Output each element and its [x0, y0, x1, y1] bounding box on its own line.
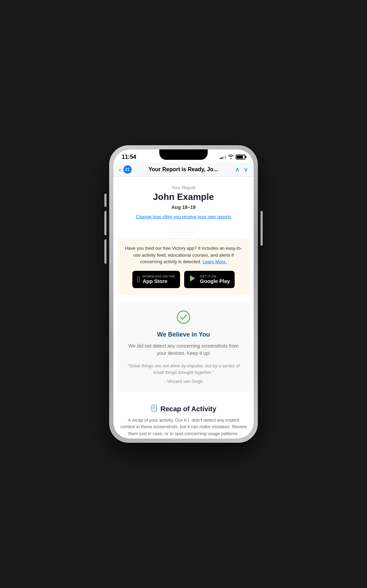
- app-store-button[interactable]:  Download on the App Store: [132, 271, 180, 288]
- battery-fill: [237, 156, 243, 158]
- checkmark-icon: [124, 310, 243, 327]
- status-icons: [220, 155, 245, 160]
- nav-arrows: ∧ ∨: [235, 166, 248, 173]
- google-play-icon: [189, 274, 197, 285]
- wifi-icon: [228, 155, 234, 160]
- section-divider: [170, 232, 197, 232]
- recap-icon: [151, 405, 158, 413]
- believe-quote: "Great things are not done by impulse, b…: [124, 362, 243, 376]
- nav-title: Your Report is Ready, Jo...: [132, 166, 235, 173]
- store-buttons:  Download on the App Store: [123, 271, 244, 288]
- app-store-text: Download on the App Store: [143, 275, 175, 284]
- report-header: Your Report John Example Aug 18–19 Chang…: [113, 177, 254, 227]
- mute-button: [104, 194, 106, 207]
- svg-rect-2: [152, 405, 157, 411]
- volume-down-button: [104, 239, 106, 264]
- promo-box: Have you tried our free Victory app? It …: [117, 238, 250, 295]
- nav-bar: ‹ 21 Your Report is Ready, Jo... ∧ ∨: [113, 163, 254, 177]
- nav-down-arrow[interactable]: ∨: [244, 166, 248, 173]
- phone-screen: 11:54: [113, 149, 254, 439]
- learn-more-link[interactable]: Learn More.: [203, 259, 227, 264]
- signal-icon: [220, 155, 226, 159]
- believe-title: We Believe in You: [124, 331, 243, 338]
- battery-icon: [236, 155, 245, 159]
- recap-title: Recap of Activity: [120, 405, 247, 413]
- promo-text: Have you tried our free Victory app? It …: [123, 245, 244, 265]
- notch: [159, 149, 208, 160]
- phone-frame: 11:54: [109, 145, 258, 443]
- report-label: Your Report: [120, 185, 247, 190]
- report-name: John Example: [120, 192, 247, 202]
- google-play-sub-label: GET IT ON: [200, 275, 230, 278]
- screen-content: 11:54: [113, 149, 254, 439]
- apple-icon: : [137, 275, 140, 284]
- app-store-sub-label: Download on the: [143, 275, 175, 278]
- google-play-text: GET IT ON Google Play: [200, 275, 230, 284]
- volume-up-button: [104, 211, 106, 235]
- believe-description: We did not detect any concerning screens…: [124, 342, 243, 357]
- believe-author: - Vincent van Gogh: [124, 379, 243, 384]
- google-play-button[interactable]: GET IT ON Google Play: [184, 271, 235, 288]
- recap-title-text: Recap of Activity: [160, 405, 216, 413]
- status-bar: 11:54: [113, 149, 254, 163]
- svg-point-1: [177, 311, 190, 323]
- report-dates: Aug 18–19: [120, 204, 247, 210]
- email-content[interactable]: Your Report John Example Aug 18–19 Chang…: [113, 177, 254, 439]
- believe-section: We Believe in You We did not detect any …: [117, 302, 250, 392]
- google-play-name: Google Play: [200, 278, 230, 284]
- change-frequency-link[interactable]: Change how often you receive your own re…: [136, 214, 231, 219]
- nav-back-button[interactable]: ‹ 21: [119, 165, 132, 174]
- app-store-name: App Store: [143, 278, 175, 284]
- back-chevron-icon: ‹: [119, 166, 121, 174]
- recap-description: A recap of your activity. Our A.I. didn'…: [120, 417, 247, 437]
- nav-badge: 21: [123, 165, 132, 174]
- recap-section: Recap of Activity A recap of your activi…: [113, 399, 254, 439]
- nav-up-arrow[interactable]: ∧: [235, 166, 239, 173]
- status-time: 11:54: [122, 154, 136, 160]
- power-button: [261, 211, 263, 246]
